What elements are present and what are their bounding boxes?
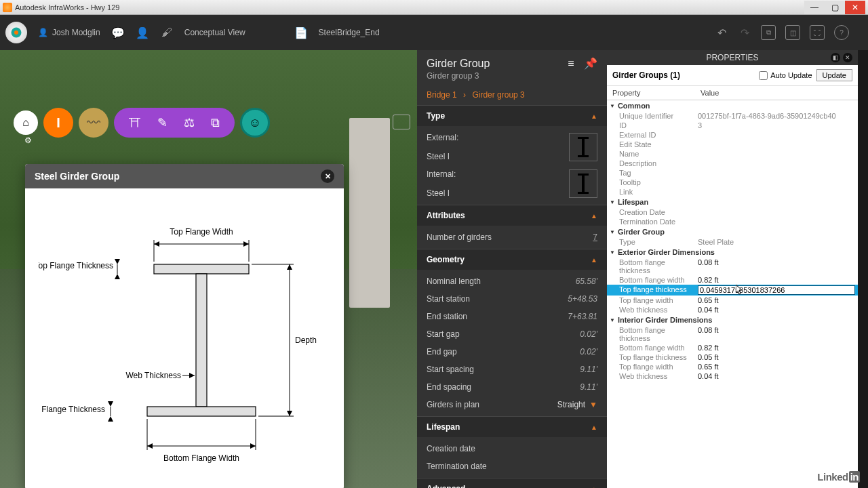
num-girders-value[interactable]: 7 — [593, 232, 597, 242]
bridge-pier — [349, 118, 390, 308]
svg-text:Depth: Depth — [295, 336, 317, 345]
fullscreen-icon[interactable]: ⛶ — [810, 25, 825, 40]
model-builder-button[interactable]: I — [43, 108, 73, 138]
top-flange-thickness-row[interactable]: Top flange thickness — [607, 285, 858, 296]
settings-gear-icon[interactable]: ⚙ — [24, 136, 32, 145]
window-title: Autodesk InfraWorks - Hwy 129 — [15, 3, 804, 12]
help-icon[interactable]: ? — [834, 25, 849, 40]
duplicate-icon[interactable]: ⧉ — [761, 25, 776, 40]
main-toolbar: 👤 Josh Modglin 💬 👤 🖌 Conceptual View 📄 S… — [0, 15, 868, 50]
girder-panel-title: Steel Girder Group — [35, 171, 119, 182]
user-label[interactable]: 👤 Josh Modglin — [38, 28, 100, 37]
svg-rect-3 — [196, 274, 207, 407]
svg-text:Bottom Flange Width: Bottom Flange Width — [163, 453, 239, 463]
window-maximize-button[interactable]: ▢ — [825, 1, 845, 14]
svg-rect-36 — [578, 155, 589, 157]
menu-icon[interactable]: ≡ — [568, 58, 574, 69]
svg-marker-17 — [189, 373, 195, 378]
girders-in-plan-select[interactable]: Straight▼ — [557, 400, 597, 409]
svg-marker-22 — [287, 411, 292, 416]
svg-rect-38 — [582, 176, 585, 192]
svg-rect-39 — [578, 192, 589, 194]
linkedin-watermark: Linkedin — [817, 471, 860, 483]
breadcrumb-bridge[interactable]: Bridge 1 — [427, 90, 457, 100]
properties-title: PROPERTIES — [706, 53, 758, 62]
section-lifespan[interactable]: Lifespan▲ — [417, 416, 607, 437]
internal-girder-icon[interactable] — [569, 169, 597, 198]
breadcrumb-group[interactable]: Girder group 3 — [472, 90, 524, 100]
app-icon — [3, 3, 12, 12]
ibeam-diagram: Top Flange Width Top Flange Thickness We… — [39, 202, 323, 473]
present-icon[interactable] — [393, 115, 410, 129]
user-icon: 👤 — [38, 28, 48, 37]
svg-marker-9 — [243, 241, 249, 247]
svg-text:Top Flange Thickness: Top Flange Thickness — [39, 261, 113, 270]
svg-rect-34 — [578, 137, 589, 139]
svg-marker-31 — [147, 443, 153, 449]
analysis-tool-button[interactable]: ☺ — [240, 108, 270, 138]
window-titlebar: Autodesk InfraWorks - Hwy 129 — ▢ ✕ — [0, 0, 868, 15]
bridge-tools-group: ⛩ ✎ ⚖ ⧉ — [114, 108, 235, 138]
inspector-subtitle: Girder group 3 — [427, 71, 597, 81]
svg-rect-4 — [147, 407, 256, 416]
update-button[interactable]: Update — [816, 69, 852, 81]
roads-tool-button[interactable]: 〰 — [79, 108, 108, 138]
window-close-button[interactable]: ✕ — [845, 1, 865, 14]
top-flange-thickness-input[interactable] — [698, 285, 855, 295]
property-grid-header: Property Value — [607, 86, 858, 100]
girder-panel-close-button[interactable]: ✕ — [321, 169, 334, 183]
pin-icon[interactable]: 📌 — [584, 58, 597, 69]
svg-marker-26 — [108, 401, 113, 407]
copy-icon[interactable]: ⧉ — [211, 116, 220, 130]
view-mode-label[interactable]: Conceptual View — [184, 28, 245, 37]
balance-icon[interactable]: ⚖ — [184, 115, 195, 130]
edit-icon[interactable]: ✎ — [157, 115, 167, 130]
proposal-label[interactable]: SteelBridge_End — [319, 28, 380, 37]
proposal-icon[interactable]: 📄 — [294, 26, 308, 39]
svg-marker-8 — [154, 241, 159, 247]
external-girder-icon[interactable] — [569, 133, 597, 161]
inspector-panel: Girder Group ≡ 📌 Girder group 3 Bridge 1… — [417, 50, 607, 488]
pg-group-common[interactable]: ▼Common — [607, 100, 858, 111]
svg-text:Top Flange Width: Top Flange Width — [170, 227, 233, 237]
brush-icon[interactable]: 🖌 — [160, 26, 174, 39]
pg-group-girder[interactable]: ▼Girder Group — [607, 226, 858, 237]
steel-girder-panel: Steel Girder Group ✕ Top Flange Width T — [25, 164, 344, 488]
svg-rect-35 — [582, 139, 585, 155]
svg-rect-37 — [578, 174, 589, 176]
person-icon[interactable]: 👤 — [136, 26, 149, 39]
svg-marker-21 — [287, 264, 292, 270]
inspector-title: Girder Group — [427, 58, 490, 70]
pg-group-exterior[interactable]: ▼Exterior Girder Dimensions — [607, 247, 858, 258]
pg-group-lifespan[interactable]: ▼Lifespan — [607, 197, 858, 207]
bridge-icon[interactable]: ⛩ — [129, 116, 141, 130]
viewport-3d[interactable]: ⌂ I 〰 ⛩ ✎ ⚖ ⧉ ☺ ⚙ Steel Girder Group ✕ — [0, 50, 417, 488]
panel-close-icon[interactable]: ✕ — [843, 53, 852, 62]
properties-group-title: Girder Groups (1) — [612, 70, 759, 80]
breadcrumb: Bridge 1 › Girder group 3 — [417, 87, 607, 105]
window-minimize-button[interactable]: — — [804, 1, 825, 14]
undo-icon[interactable]: ↶ — [715, 26, 728, 39]
section-geometry[interactable]: Geometry▲ — [417, 249, 607, 270]
split-view-icon[interactable]: ◫ — [785, 25, 800, 40]
properties-panel: PROPERTIES ◧ ✕ Girder Groups (1) Auto Up… — [607, 50, 858, 488]
panel-dock-icon[interactable]: ◧ — [831, 53, 840, 62]
auto-update-checkbox[interactable]: Auto Update — [759, 71, 812, 80]
svg-text:Bottom Flange Thickness: Bottom Flange Thickness — [39, 405, 105, 414]
pg-group-interior[interactable]: ▼Interior Girder Dimensions — [607, 314, 858, 325]
svg-marker-27 — [108, 416, 113, 422]
svg-marker-32 — [250, 443, 256, 449]
svg-point-1 — [14, 30, 18, 35]
svg-marker-13 — [115, 259, 120, 264]
redo-icon[interactable]: ↷ — [738, 26, 751, 39]
section-type[interactable]: Type▲ — [417, 105, 607, 126]
svg-text:Web Thickness: Web Thickness — [125, 371, 181, 380]
section-advanced[interactable]: Advanced▲ — [417, 478, 607, 488]
home-tool-button[interactable]: ⌂ — [14, 110, 38, 135]
svg-marker-14 — [115, 274, 120, 279]
section-attributes[interactable]: Attributes▲ — [417, 205, 607, 226]
svg-rect-2 — [154, 264, 249, 274]
app-logo-button[interactable] — [5, 22, 27, 43]
chat-icon[interactable]: 💬 — [111, 26, 125, 39]
